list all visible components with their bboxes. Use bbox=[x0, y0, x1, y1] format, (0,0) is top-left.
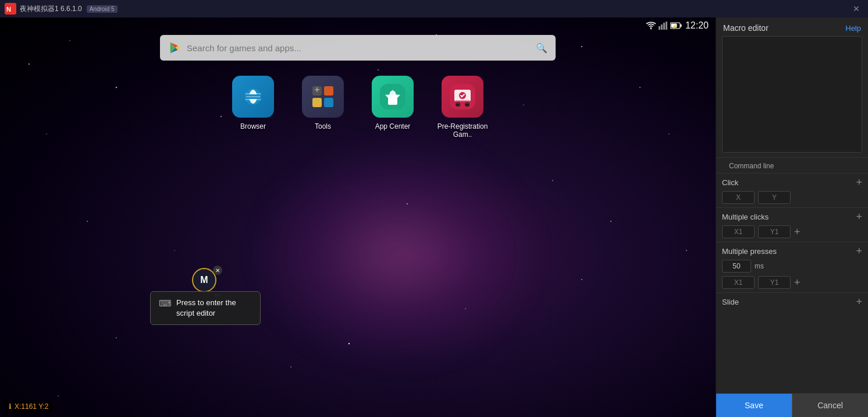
svg-point-18 bbox=[290, 366, 291, 367]
tooltip-text: Press to enter the script editor bbox=[176, 298, 252, 319]
svg-point-24 bbox=[686, 250, 687, 251]
save-button[interactable]: Save bbox=[716, 394, 792, 417]
multiple-presses-inputs: ms bbox=[722, 260, 862, 273]
app-item-tools[interactable]: Tools bbox=[297, 76, 349, 139]
svg-rect-30 bbox=[666, 22, 667, 30]
macro-button-label: M bbox=[200, 275, 208, 285]
svg-rect-32 bbox=[680, 24, 681, 27]
script-editor-textarea[interactable] bbox=[722, 36, 862, 153]
svg-rect-37 bbox=[312, 98, 322, 107]
svg-point-9 bbox=[523, 104, 524, 105]
app-item-prereg[interactable]: Pre-Registration Gam.. bbox=[436, 76, 489, 139]
click-y-input[interactable] bbox=[758, 191, 791, 204]
svg-point-20 bbox=[581, 279, 582, 280]
multiple-presses-header: Multiple presses + bbox=[722, 246, 862, 256]
svg-point-23 bbox=[668, 133, 670, 135]
multiple-presses-plus-icon: + bbox=[794, 277, 801, 289]
signal-icon bbox=[659, 22, 668, 30]
slide-row-header: Slide + bbox=[722, 296, 862, 307]
app-item-browser[interactable]: Browser bbox=[227, 76, 279, 139]
svg-point-13 bbox=[174, 250, 175, 251]
multiple-clicks-x1-input[interactable] bbox=[722, 225, 755, 238]
svg-rect-28 bbox=[661, 24, 663, 30]
info-icon: ℹ bbox=[9, 402, 12, 411]
multiple-clicks-header: Multiple clicks + bbox=[722, 211, 862, 222]
svg-text:N: N bbox=[6, 6, 11, 13]
multiple-clicks-add-button[interactable]: + bbox=[856, 211, 862, 222]
tools-icon bbox=[302, 76, 344, 118]
main-layout: ⚡ 12:20 🔍 bbox=[0, 17, 868, 417]
multiple-presses-x1-input[interactable] bbox=[722, 276, 755, 289]
google-play-icon bbox=[168, 41, 181, 54]
svg-point-2 bbox=[29, 63, 30, 65]
svg-point-5 bbox=[46, 133, 47, 135]
script-editor-tooltip: ⌨ Press to enter the script editor bbox=[150, 291, 261, 325]
multiple-presses-add-button[interactable]: + bbox=[856, 246, 862, 256]
svg-point-25 bbox=[220, 116, 222, 117]
browser-icon bbox=[232, 76, 274, 118]
macro-close-button[interactable]: ✕ bbox=[213, 266, 222, 275]
svg-rect-36 bbox=[324, 86, 333, 96]
click-row-header: Click + bbox=[722, 177, 862, 188]
multiple-clicks-inputs: + bbox=[722, 225, 862, 238]
svg-point-10 bbox=[581, 46, 582, 47]
emulator-area: ⚡ 12:20 🔍 bbox=[0, 17, 716, 417]
prereg-label: Pre-Registration Gam.. bbox=[436, 122, 489, 139]
svg-point-17 bbox=[116, 337, 117, 338]
multiple-clicks-plus-icon: + bbox=[794, 226, 801, 238]
bottom-buttons: Save Cancel bbox=[716, 393, 868, 417]
prereg-icon bbox=[442, 76, 483, 118]
app-item-appcenter[interactable]: App Center bbox=[367, 76, 419, 139]
tooltip-icon: ⌨ bbox=[159, 298, 172, 309]
panel-title: Macro editor bbox=[723, 23, 769, 33]
help-link[interactable]: Help bbox=[845, 24, 861, 33]
cancel-button[interactable]: Cancel bbox=[792, 394, 868, 417]
svg-rect-45 bbox=[456, 100, 469, 104]
svg-point-21 bbox=[58, 395, 59, 397]
svg-point-19 bbox=[465, 308, 466, 309]
wifi-icon bbox=[646, 22, 656, 30]
search-icon: 🔍 bbox=[536, 43, 547, 54]
right-panel: Macro editor Help Command line Click + M… bbox=[716, 17, 868, 417]
slide-add-button[interactable]: + bbox=[856, 296, 862, 307]
svg-point-14 bbox=[407, 203, 408, 204]
search-input[interactable] bbox=[187, 43, 530, 53]
command-line-label: Command line bbox=[722, 160, 781, 172]
app-logo: N bbox=[5, 3, 16, 15]
multiple-presses-label: Multiple presses bbox=[722, 247, 777, 256]
slide-row: Slide + bbox=[716, 292, 868, 314]
android-version-badge: Android 5 bbox=[87, 5, 118, 13]
multiple-presses-y1-input[interactable] bbox=[758, 276, 791, 289]
click-command-row: Click + bbox=[716, 173, 868, 207]
app-title: 夜神模拟器1 6.6.1.0 bbox=[20, 4, 82, 14]
svg-rect-27 bbox=[659, 26, 660, 30]
appcenter-label: App Center bbox=[375, 122, 411, 130]
search-bar[interactable]: 🔍 bbox=[160, 35, 556, 61]
close-button[interactable]: ✕ bbox=[849, 3, 863, 15]
svg-point-16 bbox=[610, 221, 611, 222]
svg-point-15 bbox=[552, 180, 553, 181]
multiple-clicks-label: Multiple clicks bbox=[722, 213, 769, 221]
appcenter-icon bbox=[372, 76, 414, 118]
status-bar: ⚡ 12:20 bbox=[646, 17, 716, 34]
ms-label: ms bbox=[755, 262, 764, 270]
coordinates-display: ℹ X:1161 Y:2 bbox=[5, 401, 53, 412]
tools-label: Tools bbox=[315, 122, 331, 130]
svg-rect-29 bbox=[663, 23, 665, 30]
svg-point-4 bbox=[116, 87, 117, 88]
click-add-button[interactable]: + bbox=[856, 177, 862, 188]
svg-point-22 bbox=[348, 343, 350, 344]
browser-label: Browser bbox=[240, 122, 266, 130]
slide-label: Slide bbox=[722, 298, 739, 306]
titlebar: N 夜神模拟器1 6.6.1.0 Android 5 ✕ bbox=[0, 0, 868, 17]
svg-rect-38 bbox=[324, 98, 333, 107]
svg-point-12 bbox=[87, 221, 88, 222]
svg-point-7 bbox=[378, 69, 379, 70]
multiple-clicks-y1-input[interactable] bbox=[758, 225, 791, 238]
ms-value-input[interactable] bbox=[722, 260, 751, 273]
click-coord-inputs bbox=[722, 191, 862, 204]
click-x-input[interactable] bbox=[722, 191, 755, 204]
multiple-presses-coord-inputs: + bbox=[722, 276, 862, 289]
command-line-section: Command line bbox=[716, 157, 868, 173]
multiple-presses-row: Multiple presses + ms + bbox=[716, 242, 868, 292]
